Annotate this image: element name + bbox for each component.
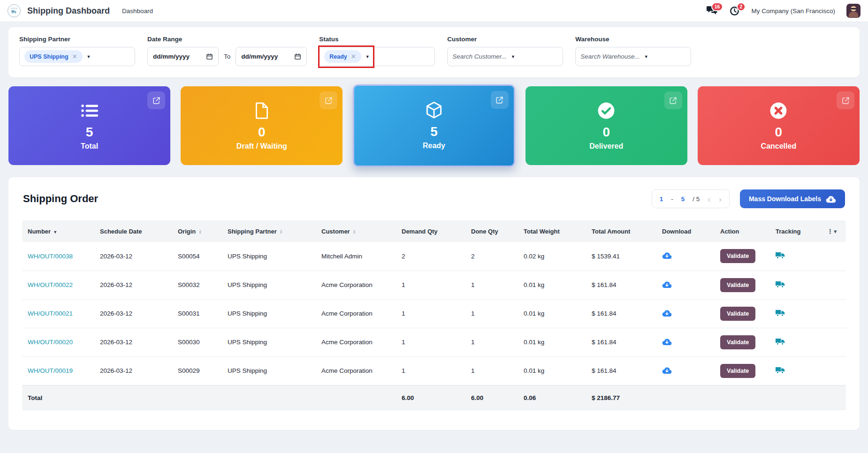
pagination-prev-icon[interactable]: ‹ <box>708 195 710 204</box>
total-amount-cell: $ 161.84 <box>589 328 659 356</box>
pagination-start[interactable]: 1 <box>660 196 663 203</box>
col-header-total-amount[interactable]: Total Amount <box>589 220 659 242</box>
app-logo-icon[interactable]: 0000 <box>8 4 21 17</box>
schedule-date-cell: 2026-03-12 <box>97 356 175 385</box>
download-label-icon[interactable] <box>662 366 672 374</box>
pagination-end[interactable]: 5 <box>681 196 685 203</box>
customer-cell: Acme Corporation <box>319 328 399 356</box>
filter-customer: Customer Search Customer... ▼ <box>447 36 563 66</box>
card-ready-selected[interactable]: 5 Ready <box>353 84 515 167</box>
order-number-link[interactable]: WH/OUT/00022 <box>28 281 73 288</box>
order-number-link[interactable]: WH/OUT/00019 <box>28 367 73 374</box>
chevron-down-icon[interactable]: ▼ <box>365 54 370 59</box>
table-total-row: Total 6.00 6.00 0.06 $ 2186.77 <box>22 385 846 410</box>
nav-menu-dashboard[interactable]: Dashboard <box>122 8 153 15</box>
col-header-done-qty[interactable]: Done Qty <box>468 220 521 242</box>
mass-download-labels-button[interactable]: Mass Download Labels <box>740 189 845 208</box>
col-header-demand-qty[interactable]: Demand Qty <box>399 220 468 242</box>
schedule-date-cell: 2026-03-12 <box>97 299 175 328</box>
filter-date-range: Date Range dd/mm/yyyy To dd/mm/yyyy <box>147 36 307 66</box>
messages-button[interactable]: 16 <box>706 5 717 16</box>
card-draft-waiting[interactable]: 0 Draft / Waiting <box>181 86 343 165</box>
external-link-icon[interactable] <box>320 91 337 109</box>
col-header-shipping-partner[interactable]: Shipping Partner▲▼ <box>225 220 319 242</box>
col-header-schedule-date[interactable]: Schedule Date <box>97 220 175 242</box>
total-weight-cell: 0.01 kg <box>521 271 589 299</box>
download-label-icon[interactable] <box>662 309 672 317</box>
warehouse-search-input[interactable]: Search Warehouse... ▼ <box>575 47 691 66</box>
status-input[interactable]: Ready ✕ ▼ <box>319 47 435 66</box>
tracking-truck-icon[interactable] <box>776 366 785 374</box>
external-link-icon[interactable] <box>837 91 854 109</box>
card-total-label: Total <box>81 142 98 151</box>
activities-button[interactable]: 2 <box>729 5 740 16</box>
table-header-row: Number▼ Schedule Date Origin▲▼ Shipping … <box>22 220 846 242</box>
tracking-truck-icon[interactable] <box>776 338 785 346</box>
total-demand-qty: 6.00 <box>399 385 468 410</box>
card-cancelled[interactable]: 0 Cancelled <box>698 86 860 165</box>
table-row: WH/OUT/00021 2026-03-12 S00031 UPS Shipp… <box>22 299 846 328</box>
col-header-number[interactable]: Number▼ <box>22 220 97 242</box>
order-number-link[interactable]: WH/OUT/00021 <box>28 310 73 317</box>
external-link-icon[interactable] <box>491 91 509 109</box>
filter-shipping-partner: Shipping Partner UPS Shipping ✕ ▼ <box>19 36 135 66</box>
tracking-truck-icon[interactable] <box>776 280 785 288</box>
card-delivered[interactable]: 0 Delivered <box>525 86 687 165</box>
col-header-customer[interactable]: Customer▲▼ <box>319 220 399 242</box>
sort-icon: ▲▼ <box>353 229 356 234</box>
check-circle-icon <box>597 98 615 123</box>
download-label-icon[interactable] <box>662 251 672 259</box>
tracking-truck-icon[interactable] <box>776 251 785 259</box>
sort-icon: ▲▼ <box>280 229 283 234</box>
external-link-icon[interactable] <box>664 91 682 109</box>
validate-button[interactable]: Validate <box>720 307 755 321</box>
total-weight: 0.06 <box>521 385 589 410</box>
remove-tag-icon[interactable]: ✕ <box>72 53 77 60</box>
warehouse-label: Warehouse <box>575 36 691 43</box>
company-selector[interactable]: My Company (San Francisco) <box>751 8 835 15</box>
demand-qty-cell: 1 <box>399 328 468 356</box>
date-to-input[interactable]: dd/mm/yyyy <box>236 47 307 66</box>
done-qty-cell: 2 <box>468 242 521 271</box>
origin-cell: S00030 <box>175 328 225 356</box>
customer-search-input[interactable]: Search Customer... ▼ <box>447 47 563 66</box>
col-header-total-weight[interactable]: Total Weight <box>521 220 589 242</box>
validate-button[interactable]: Validate <box>720 278 755 292</box>
order-number-link[interactable]: WH/OUT/00038 <box>28 253 73 260</box>
total-amount: $ 2186.77 <box>589 385 659 410</box>
chevron-down-icon[interactable]: ▼ <box>511 54 515 59</box>
validate-button[interactable]: Validate <box>720 249 755 263</box>
date-from-input[interactable]: dd/mm/yyyy <box>147 47 219 66</box>
done-qty-cell: 1 <box>468 328 521 356</box>
download-label-icon[interactable] <box>662 280 672 288</box>
card-delivered-value: 0 <box>602 125 610 140</box>
total-amount-cell: $ 161.84 <box>589 356 659 385</box>
pagination-next-icon[interactable]: › <box>719 195 722 204</box>
col-header-origin[interactable]: Origin▲▼ <box>175 220 225 242</box>
column-settings-icon[interactable]: ⋮▾ <box>827 228 838 235</box>
table-row: WH/OUT/00020 2026-03-12 S00030 UPS Shipp… <box>22 328 846 356</box>
shipping-partner-input[interactable]: UPS Shipping ✕ ▼ <box>19 47 135 66</box>
customer-cell: Acme Corporation <box>319 299 399 328</box>
total-weight-cell: 0.01 kg <box>521 356 589 385</box>
remove-tag-icon[interactable]: ✕ <box>351 53 356 60</box>
status-label: Status <box>319 36 435 43</box>
sort-icon: ▲▼ <box>198 229 202 234</box>
download-label-icon[interactable] <box>662 338 672 346</box>
date-range-label: Date Range <box>147 36 307 43</box>
status-cards-row: 5 Total 0 Draft / Waiting 5 Ready <box>8 86 860 167</box>
customer-cell: Acme Corporation <box>319 271 399 299</box>
cloud-download-icon <box>826 195 836 203</box>
card-total[interactable]: 5 Total <box>8 86 170 165</box>
card-total-value: 5 <box>86 125 93 140</box>
tracking-truck-icon[interactable] <box>776 309 785 317</box>
validate-button[interactable]: Validate <box>720 364 755 378</box>
customer-label: Customer <box>447 36 563 43</box>
user-avatar[interactable] <box>846 4 860 18</box>
validate-button[interactable]: Validate <box>720 335 755 349</box>
table-row: WH/OUT/00022 2026-03-12 S00032 UPS Shipp… <box>22 271 846 299</box>
chevron-down-icon[interactable]: ▼ <box>644 54 648 59</box>
order-number-link[interactable]: WH/OUT/00020 <box>28 339 73 346</box>
chevron-down-icon[interactable]: ▼ <box>87 54 91 59</box>
external-link-icon[interactable] <box>147 91 165 109</box>
